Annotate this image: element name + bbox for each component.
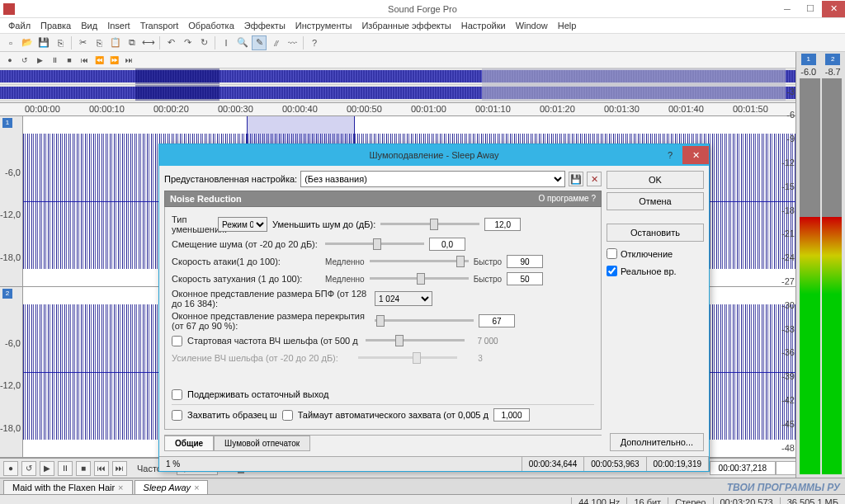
fft-select[interactable]: 1 024 (375, 291, 432, 306)
attack-value[interactable]: 90 (507, 255, 543, 268)
meter-bar-2 (822, 78, 843, 474)
dialog-time-3: 00:00:19,319 (647, 457, 709, 471)
dialog-titlebar[interactable]: Шумоподавление - Sleep Away ? ✕ (159, 144, 709, 166)
menu-favorites[interactable]: Избранные эффекты (356, 21, 456, 31)
gain-value: 3 (462, 354, 498, 363)
maximize-button[interactable]: ☐ (799, 1, 822, 17)
status-mode: Стерео (668, 497, 712, 505)
saveas-icon[interactable]: ⎘ (53, 35, 68, 50)
meter-peak-1: -6.0 (800, 67, 816, 77)
dialog-title: Шумоподавление - Sleep Away (369, 150, 498, 160)
reduce-slider[interactable] (380, 219, 479, 230)
capture-checkbox[interactable] (172, 410, 182, 421)
realtime-checkbox[interactable] (607, 266, 617, 276)
menu-tools[interactable]: Инструменты (290, 21, 357, 31)
redo-icon[interactable]: ↷ (180, 35, 195, 50)
dialog-help-button[interactable]: ? (659, 150, 681, 160)
about-link[interactable]: О программе ? (538, 194, 596, 204)
pause-icon[interactable]: ⏸ (48, 54, 61, 67)
bypass-checkbox[interactable] (607, 248, 617, 259)
shelf-checkbox[interactable] (172, 336, 182, 346)
close-icon[interactable]: × (118, 483, 123, 492)
bt-stop-icon[interactable]: ■ (76, 461, 91, 476)
menu-process[interactable]: Обработка (183, 21, 238, 31)
menu-transport[interactable]: Transport (135, 21, 184, 31)
tool-envelope-icon[interactable]: 〰 (285, 35, 300, 50)
bt-play-icon[interactable]: ▶ (40, 461, 54, 476)
channel-badge-1[interactable]: 1 (2, 118, 12, 128)
release-slider[interactable] (370, 273, 469, 285)
timeline[interactable]: 00:00:00 00:00:10 00:00:20 00:00:30 00:0… (0, 103, 795, 116)
undo-icon[interactable]: ↶ (163, 35, 178, 50)
bt-end-icon[interactable]: ⏭ (112, 461, 127, 476)
close-button[interactable]: ✕ (822, 1, 845, 17)
stop-button[interactable]: Остановить (607, 224, 704, 242)
loop-icon[interactable]: ↺ (18, 54, 31, 67)
shelf-slider[interactable] (366, 335, 465, 346)
advanced-button[interactable]: Дополнительно... (610, 433, 704, 451)
dialog-tab-general[interactable]: Общие (164, 436, 214, 451)
bt-loop-icon[interactable]: ↺ (21, 461, 36, 476)
menu-effects[interactable]: Эффекты (239, 21, 290, 31)
channel-badge-2[interactable]: 2 (2, 289, 12, 299)
reduction-type-select[interactable]: Режим 0 (218, 217, 267, 232)
offset-slider[interactable] (325, 238, 424, 250)
tool-zoom-icon[interactable]: 🔍 (235, 35, 250, 50)
record-icon[interactable]: ● (3, 54, 17, 67)
residual-checkbox[interactable] (172, 389, 182, 400)
offset-value[interactable]: 0,0 (429, 238, 465, 251)
tab-sleep-away[interactable]: Sleep Away× (135, 480, 209, 494)
meter-bar-1 (800, 78, 820, 474)
overview[interactable] (0, 68, 845, 103)
copy-icon[interactable]: ⎘ (92, 35, 106, 50)
save-preset-icon[interactable]: 💾 (569, 172, 583, 186)
minimize-button[interactable]: ─ (776, 1, 799, 17)
menu-file[interactable]: Файл (3, 21, 35, 31)
ok-button[interactable]: OK (607, 171, 704, 189)
cut-icon[interactable]: ✂ (75, 35, 90, 50)
timeout-checkbox[interactable] (282, 410, 293, 421)
start-icon[interactable]: ⏮ (78, 54, 91, 67)
menu-window[interactable]: Window (511, 21, 553, 31)
counter-position: 00:00:37,218 (710, 461, 776, 475)
tool-edit-icon[interactable]: I (219, 35, 234, 50)
overlap-value[interactable]: 67 (479, 314, 515, 327)
attack-slider[interactable] (370, 256, 469, 267)
menu-options[interactable]: Настройки (456, 21, 511, 31)
tool-event-icon[interactable]: ⫽ (268, 35, 283, 50)
meter-badge-2[interactable]: 2 (825, 54, 840, 65)
trim-icon[interactable]: ⟷ (141, 35, 156, 50)
reduce-value[interactable]: 12,0 (484, 218, 521, 231)
tool-pencil-icon[interactable]: ✎ (252, 35, 267, 50)
repeat-icon[interactable]: ↻ (196, 35, 211, 50)
mix-icon[interactable]: ⧉ (125, 35, 139, 50)
delete-preset-icon[interactable]: ✕ (587, 172, 602, 186)
meter-badge-1[interactable]: 1 (801, 54, 816, 65)
dialog-close-button[interactable]: ✕ (682, 146, 709, 164)
release-value[interactable]: 50 (507, 272, 543, 285)
overlap-slider[interactable] (375, 315, 474, 327)
play-icon[interactable]: ▶ (33, 54, 46, 67)
bt-start-icon[interactable]: ⏮ (94, 461, 109, 476)
help-icon[interactable]: ? (307, 35, 322, 50)
menu-insert[interactable]: Insert (102, 21, 135, 31)
stop-icon[interactable]: ■ (63, 54, 76, 67)
bt-pause-icon[interactable]: ⏸ (58, 461, 73, 476)
cancel-button[interactable]: Отмена (607, 192, 704, 210)
paste-icon[interactable]: 📋 (108, 35, 123, 50)
bt-record-icon[interactable]: ● (3, 461, 18, 476)
preset-select[interactable]: (Без названия) (300, 171, 565, 187)
tab-maid[interactable]: Maid with the Flaxen Hair× (3, 480, 133, 494)
new-icon[interactable]: ▫ (3, 35, 18, 50)
dialog-tab-noiseprint[interactable]: Шумовой отпечаток (214, 436, 310, 451)
menu-help[interactable]: Help (553, 21, 582, 31)
save-icon[interactable]: 💾 (36, 35, 51, 50)
close-icon[interactable]: × (194, 483, 199, 492)
rewind-icon[interactable]: ⏪ (92, 54, 106, 67)
timeout-value[interactable]: 1,000 (493, 408, 530, 422)
menu-edit[interactable]: Правка (35, 21, 76, 31)
forward-icon[interactable]: ⏩ (107, 54, 120, 67)
menu-view[interactable]: Вид (76, 21, 102, 31)
end-icon[interactable]: ⏭ (122, 54, 135, 67)
open-icon[interactable]: 📂 (20, 35, 35, 50)
